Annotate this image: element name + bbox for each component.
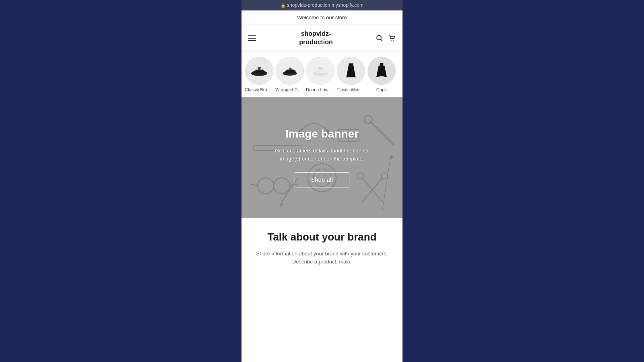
url-text: shopvidz-production.myshopify.com [287,2,363,8]
wrapped-golf-image [280,63,299,79]
welcome-text: Welcome to our store [297,14,347,21]
svg-rect-5 [258,67,261,68]
product-label-elastic-waist: Elastic Waist D... [336,87,365,92]
svg-line-35 [382,158,390,210]
product-circle-classic-brogue [245,57,273,85]
brand-text: Share information about your brand with … [251,250,393,267]
product-circle-donna-low-top [306,57,334,85]
cape-image [372,63,391,79]
classic-brogue-image [249,64,269,78]
product-circle-wrapped-golf [276,57,304,85]
brand-section: Talk about your brand Share information … [242,218,402,276]
svg-point-14 [274,178,290,194]
product-item-donna-low-top[interactable]: Donna Low Top [306,57,335,92]
search-button[interactable] [376,35,383,42]
svg-line-16 [250,184,258,186]
product-label-wrapped-golf: Wrapped Golf ... [275,87,304,92]
address-bar: 🔒 shopvidz-production.myshopify.com [242,0,402,10]
svg-point-36 [390,155,393,158]
left-panel [0,0,242,362]
right-panel [402,0,644,362]
product-label-cape: Cape [376,87,387,92]
elastic-waist-image [341,63,361,79]
banner-title: Image banner [285,128,359,140]
svg-point-19 [364,115,372,123]
product-item-wrapped-golf[interactable]: Wrapped Golf ... [275,57,304,92]
product-item-cape[interactable]: Cape [367,57,396,92]
svg-rect-12 [380,63,384,66]
welcome-banner: Welcome to our store [242,10,402,25]
header-icons [376,34,396,42]
browser-window: 🔒 shopvidz-production.myshopify.com Welc… [242,0,402,362]
svg-point-0 [377,35,381,40]
product-item-elastic-waist[interactable]: Elastic Waist D... [336,57,365,92]
product-item-classic-brogue[interactable]: Classic Brogue [245,57,274,92]
product-circle-cape [367,57,396,85]
cart-icon [388,34,396,42]
brand-title: Talk about your brand [251,231,393,243]
svg-point-3 [393,40,394,41]
product-circles-row: Classic Brogue Wrapped Golf ... [242,52,402,97]
donna-low-top-image [310,64,330,78]
hamburger-button[interactable] [248,35,256,41]
store-header: shopvidz- production [242,25,402,52]
svg-point-2 [391,40,392,41]
product-label-donna-low-top: Donna Low Top [306,87,335,92]
svg-point-27 [357,173,363,179]
search-icon [376,35,383,42]
cart-button[interactable] [388,34,396,42]
svg-point-13 [258,178,274,194]
product-label-classic-brogue: Classic Brogue [245,87,274,92]
image-banner-section: Image banner Give customers details abou… [242,97,402,218]
shop-all-label: Shop all [311,177,333,183]
logo-line2: production [299,39,333,45]
product-circle-elastic-waist [337,57,365,85]
logo-line1: shopvidz- [301,30,331,37]
store-content[interactable]: Welcome to our store shopvidz- productio… [242,10,402,362]
svg-rect-10 [348,66,354,68]
shop-all-button[interactable]: Shop all [295,172,350,187]
store-logo: shopvidz- production [299,30,333,47]
lock-icon: 🔒 [281,3,285,8]
svg-point-28 [381,173,388,179]
banner-subtitle: Give customers details about the banner … [266,147,378,162]
svg-line-18 [370,121,394,146]
svg-rect-8 [318,67,322,68]
svg-line-1 [380,39,382,41]
